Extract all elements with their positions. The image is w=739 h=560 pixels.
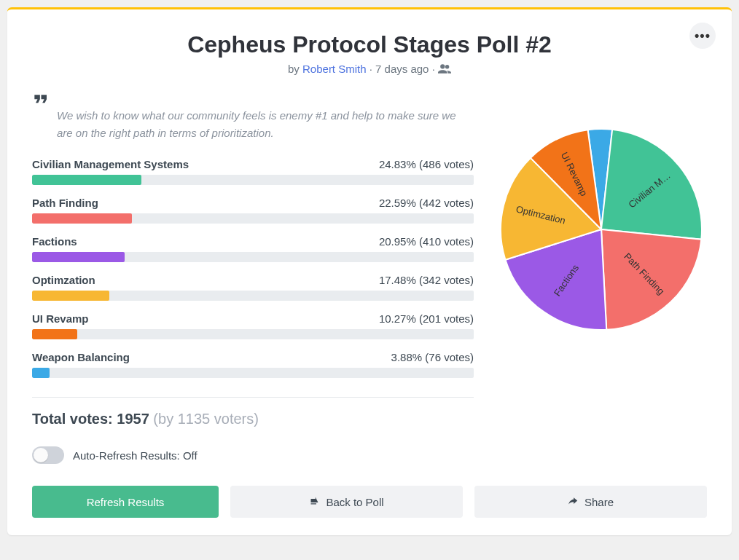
auto-refresh-toggle[interactable] [32,446,64,464]
totals-voters: (by 1135 voters) [149,411,259,427]
progress-track [32,175,474,185]
option-votes: 10.27% (201 votes) [379,312,474,325]
option-votes: 3.88% (76 votes) [391,351,474,363]
poll-title: Cepheus Protocol Stages Poll #2 [32,31,707,58]
poll-option: Factions20.95% (410 votes) [32,235,474,262]
progress-track [32,291,474,301]
progress-fill [32,368,50,378]
back-to-poll-button[interactable]: Back to Poll [230,486,463,518]
option-label: Weapon Balancing [32,351,130,363]
progress-fill [32,329,77,339]
option-label: Factions [32,235,77,248]
chart-column: Civilian M…Path FindingFactionsOptimzati… [496,92,707,331]
poll-age: 7 days ago [375,63,429,75]
option-votes: 17.48% (342 votes) [379,274,474,286]
poll-option: Civilian Management Systems24.83% (486 v… [32,158,474,185]
quote-icon [32,92,47,142]
people-icon [438,63,451,75]
back-icon [309,495,320,508]
totals-votes: 1957 [117,411,149,427]
auto-refresh-label: Auto-Refresh Results: Off [73,449,198,462]
progress-fill [32,213,132,224]
option-label: Civilian Management Systems [32,158,189,170]
poll-description: We wish to know what our community feels… [32,92,474,142]
poll-description-text: We wish to know what our community feels… [57,92,474,142]
share-button[interactable]: Share [474,486,707,518]
poll-card: ••• Cepheus Protocol Stages Poll #2 by R… [7,7,732,535]
progress-fill [32,175,141,185]
poll-option: Path Finding22.59% (442 votes) [32,197,474,224]
action-buttons: Refresh Results Back to Poll Share [32,486,707,518]
poll-byline: by Robert Smith · 7 days ago · [32,63,707,75]
progress-track [32,213,474,224]
progress-fill [32,252,125,262]
more-options-button[interactable]: ••• [689,23,716,49]
toggle-knob [34,448,48,462]
refresh-button[interactable]: Refresh Results [32,486,219,518]
results-column: We wish to know what our community feels… [32,92,474,464]
progress-track [32,252,474,262]
author-link[interactable]: Robert Smith [302,63,367,75]
back-label: Back to Poll [326,496,383,508]
progress-fill [32,291,109,301]
poll-option: Weapon Balancing3.88% (76 votes) [32,351,474,378]
separator2: · [429,63,438,75]
option-label: Path Finding [32,197,98,209]
progress-track [32,329,474,339]
option-votes: 24.83% (486 votes) [379,158,474,170]
progress-track [32,368,474,378]
poll-option: UI Revamp10.27% (201 votes) [32,312,474,339]
share-label: Share [584,496,614,508]
option-label: UI Revamp [32,312,89,325]
poll-option: Optimzation17.48% (342 votes) [32,274,474,301]
pie-chart: Civilian M…Path FindingFactionsOptimzati… [499,127,703,331]
option-votes: 22.59% (442 votes) [379,197,474,209]
share-icon [568,495,579,508]
by-text: by [288,63,300,75]
refresh-label: Refresh Results [87,496,165,508]
option-votes: 20.95% (410 votes) [379,235,474,248]
divider [32,397,474,398]
separator: · [367,63,376,75]
ellipsis-icon: ••• [695,29,711,42]
totals-line: Total votes: 1957 (by 1135 voters) [32,411,474,427]
option-label: Optimzation [32,274,95,286]
totals-prefix: Total votes: [32,411,117,427]
